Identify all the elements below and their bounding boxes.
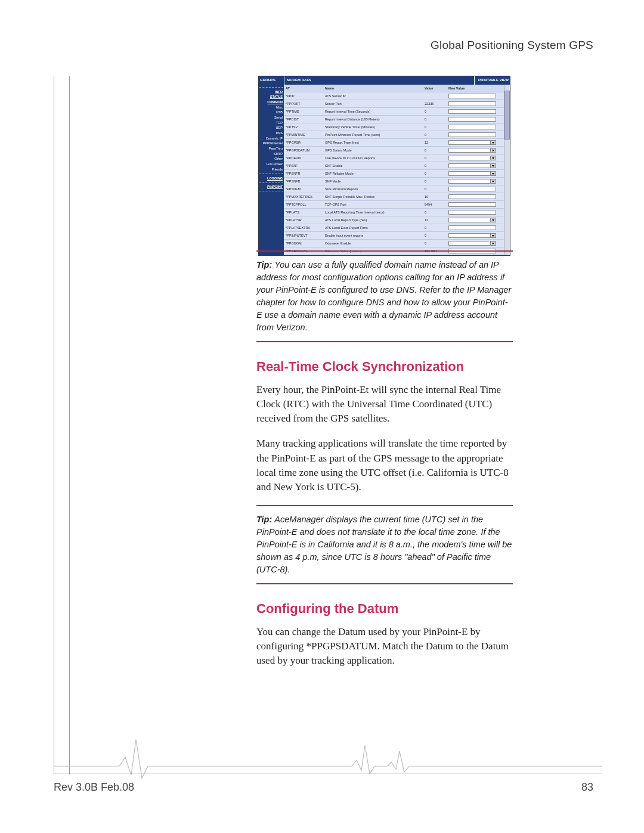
at-cell: *PPTSV: [284, 125, 323, 129]
name-cell: SNF Enable: [323, 164, 423, 168]
sidebar-pinpoint[interactable]: PINPOINT: [259, 185, 283, 190]
name-cell: GPS Report Type (hex): [323, 141, 423, 144]
name-cell: ATS Local Extra Report Ports: [323, 226, 423, 230]
name-cell: Use Device ID in Location Reports: [323, 156, 423, 160]
config-row: *PPPORTServer Port22335: [284, 100, 504, 108]
newvalue-select[interactable]: [448, 218, 496, 222]
newvalue-cell: [447, 94, 504, 99]
newvalue-input[interactable]: [448, 109, 496, 114]
at-cell: *PPMAXRETRIES: [284, 195, 323, 199]
sidebar-smtp[interactable]: SMTP: [259, 151, 283, 157]
value-cell: 22335: [423, 102, 447, 106]
newvalue-cell: [447, 171, 504, 176]
datum-paragraph-1: You can change the Datum used by your Pi…: [256, 625, 513, 668]
col-value: Value: [423, 86, 447, 90]
config-row: *PPLATSLocal ATS Reporting Time Interval…: [284, 209, 504, 216]
sidebar-misc[interactable]: Misc: [259, 105, 283, 110]
config-row: *PPDISTReport Interval Distance (100 Met…: [284, 116, 504, 123]
name-cell: TCP GPS Port: [323, 203, 423, 206]
acemanager-screenshot: GROUPS MODEM DATA PRINTABLE VIEW INFO ST…: [258, 76, 510, 256]
name-cell: Local ATS Reporting Time Interval (secs): [323, 210, 423, 214]
at-cell: *PPLATSEXTRA: [284, 226, 323, 230]
newvalue-input[interactable]: [448, 225, 496, 230]
scrollbar-thumb[interactable]: [504, 91, 510, 140]
value-cell: 0: [423, 226, 447, 230]
newvalue-select[interactable]: [448, 179, 496, 184]
newvalue-input[interactable]: [448, 101, 496, 106]
sidebar-lowpower[interactable]: Low Power: [259, 162, 283, 168]
config-grid: AT Name Value New Value *PPIPATS Server …: [284, 85, 504, 255]
newvalue-input[interactable]: [448, 132, 496, 137]
sidebar-logging[interactable]: LOGGING: [259, 176, 283, 181]
newvalue-input[interactable]: [448, 117, 496, 122]
sidebar-usb[interactable]: USB: [259, 110, 283, 116]
at-cell: *PPSNFR: [284, 172, 323, 175]
newvalue-cell: [447, 148, 504, 153]
config-row: *PPSNFBSNF Mode0: [284, 178, 504, 185]
sidebar-dynip[interactable]: Dynamic IP: [259, 136, 283, 141]
sidebar-common[interactable]: COMMON: [259, 100, 283, 105]
newvalue-select[interactable]: [448, 163, 496, 168]
config-row: *PPTCPPOLLTCP GPS Port9494: [284, 201, 504, 209]
scrollbar[interactable]: [504, 85, 510, 255]
sidebar-dns[interactable]: DNS: [259, 131, 283, 137]
sidebar-friends[interactable]: Friends: [259, 167, 283, 172]
newvalue-input[interactable]: [448, 125, 496, 129]
newvalue-input[interactable]: [448, 187, 496, 191]
newvalue-select[interactable]: [448, 171, 496, 176]
newvalue-select[interactable]: [448, 233, 496, 238]
sidebar-other[interactable]: Other: [259, 157, 283, 162]
heading-datum: Configuring the Datum: [256, 601, 513, 617]
config-row: *PPSNFMSNF Minimum Reports0: [284, 185, 504, 193]
grid-header-row: AT Name Value New Value: [284, 85, 504, 92]
name-cell: ATS Server IP: [323, 94, 423, 98]
footer-rule: [54, 773, 602, 773]
sidebar-info[interactable]: INFO: [259, 89, 283, 95]
col-name: Name: [323, 86, 423, 90]
newvalue-input[interactable]: [448, 94, 496, 98]
newvalue-cell: [447, 117, 504, 122]
config-row: *PPIPATS Server IP: [284, 92, 504, 100]
newvalue-input[interactable]: [448, 210, 496, 215]
sidebar-pppeth[interactable]: PPP/Ethernet: [259, 141, 283, 147]
rtc-paragraph-2: Many tracking applications will translat…: [256, 436, 513, 494]
newvalue-cell: [447, 156, 504, 161]
rtc-paragraph-1: Every hour, the PinPoint-Et will sync th…: [256, 383, 513, 426]
value-cell: 9494: [423, 203, 447, 206]
printable-view-link[interactable]: PRINTABLE VIEW: [474, 76, 510, 85]
at-cell: *PPDIST: [284, 117, 323, 121]
value-cell: 0: [423, 148, 447, 152]
newvalue-cell: [447, 218, 504, 223]
sidebar-serial[interactable]: Serial: [259, 115, 283, 120]
config-row: *PPLATSRATS Local Report Type (hex)12: [284, 216, 504, 224]
newvalue-select[interactable]: [448, 148, 496, 153]
value-cell: 10: [423, 195, 447, 199]
sidebar-udp[interactable]: UDP: [259, 126, 283, 131]
config-row: *PPSNFRSNF Reliable Mode0: [284, 170, 504, 178]
newvalue-cell: [447, 202, 504, 208]
sidebar-status[interactable]: STATUS: [259, 95, 283, 100]
value-cell: 0: [423, 210, 447, 214]
at-cell: *PPGPSDATUM: [284, 148, 323, 152]
name-cell: Report Interval Distance (100 Meters): [323, 117, 423, 121]
newvalue-input[interactable]: [448, 194, 496, 199]
newvalue-cell: [447, 125, 504, 130]
at-cell: *PPSNFM: [284, 187, 323, 191]
newvalue-cell: [447, 140, 504, 145]
tip-dns: Tip: You can use a fully qualified domai…: [256, 250, 513, 342]
newvalue-select[interactable]: [448, 140, 496, 145]
value-cell: 0: [423, 156, 447, 160]
newvalue-input[interactable]: [448, 202, 496, 207]
newvalue-cell: [447, 109, 504, 114]
value-cell: 0: [423, 172, 447, 175]
value-cell: 12: [423, 218, 447, 222]
newvalue-select[interactable]: [448, 156, 496, 160]
sidebar-tcp[interactable]: TCP: [259, 120, 283, 126]
name-cell: SNF Minimum Reports: [323, 187, 423, 191]
config-row: *PPTSVStationary Vehicle Timer (Minutes)…: [284, 123, 504, 131]
name-cell: Report Interval Time (Seconds): [323, 110, 423, 113]
sidebar-passthru[interactable]: PassThru: [259, 147, 283, 152]
margin-rule-inner: [69, 76, 70, 775]
name-cell: PinPoint Minimum Report Time (secs): [323, 133, 423, 137]
at-cell: *PPLATSR: [284, 218, 323, 222]
